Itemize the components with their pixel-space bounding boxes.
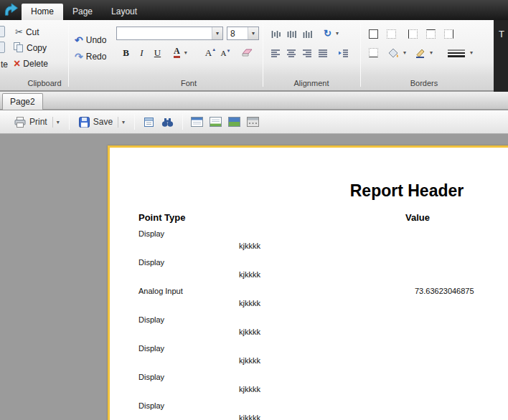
grow-font-icon: A▲ [205, 47, 216, 59]
report-row: Display kjkkkk [110, 229, 508, 258]
find-button[interactable] [159, 113, 176, 131]
page-setup-button[interactable] [140, 113, 157, 131]
font-size-value[interactable]: 8 [227, 27, 248, 39]
indent-button[interactable] [336, 45, 351, 60]
group-label-borders: Borders [360, 78, 488, 89]
cut-label: Cut [26, 27, 39, 37]
app-logo-icon[interactable] [2, 2, 21, 19]
redo-button[interactable]: ↷ Redo [72, 49, 108, 63]
chevron-down-icon[interactable]: ▾ [52, 117, 60, 128]
vertical-bars-icon [302, 29, 313, 39]
print-button[interactable]: Print ▾ [10, 113, 64, 131]
editing-fields-button[interactable] [244, 113, 261, 131]
group-separator [68, 24, 69, 87]
chevron-down-icon[interactable]: ▾ [118, 117, 125, 128]
font-size-combobox[interactable]: 8 ▾ [227, 27, 259, 40]
indent-icon [338, 49, 349, 57]
line-color-button[interactable]: ▾ [413, 45, 435, 60]
align-justify-button[interactable] [316, 45, 331, 60]
toolbar-separator [134, 114, 135, 130]
document-map-button[interactable] [188, 113, 205, 131]
report-header-title: Report Header [110, 181, 508, 201]
top-border-button[interactable] [423, 27, 438, 42]
undo-arrow-icon: ↶ [75, 35, 83, 45]
no-borders-button[interactable] [384, 27, 399, 42]
copy-button[interactable]: Copy [11, 41, 49, 54]
font-color-button[interactable]: A ▾ [171, 45, 189, 60]
italic-button[interactable]: I [134, 45, 149, 60]
align-top-button[interactable] [268, 27, 283, 42]
delete-button[interactable]: × Delete [11, 57, 50, 70]
save-label: Save [93, 117, 113, 127]
sub-value-cell: kjkkkk [239, 385, 260, 393]
border-square-icon [426, 29, 436, 39]
border-square-icon [369, 29, 378, 39]
align-left-button[interactable] [268, 45, 283, 60]
point-type-cell: Display [138, 401, 164, 410]
underline-glyph: U [154, 47, 161, 59]
thumbnails-button[interactable] [225, 113, 243, 131]
thumbnails-icon [228, 117, 240, 127]
left-border-button[interactable] [405, 27, 420, 42]
ribbon-tabs: Home Page Layout [22, 4, 146, 20]
editing-fields-icon [247, 117, 259, 127]
point-type-cell: Display [138, 344, 164, 353]
ribbon: te ✂ Cut Copy × Delete ↶ Undo ↷ Redo ▾ 8 [0, 20, 494, 91]
text-rotation-button[interactable]: ↻ ▾ [321, 27, 341, 40]
font-name-value[interactable] [117, 27, 212, 39]
border-square-icon [387, 29, 396, 39]
clipped-right-label: T [499, 29, 504, 39]
align-right-icon [302, 49, 313, 57]
right-border-button[interactable] [441, 27, 456, 42]
preview-surface[interactable]: Report Header Point Type Value Display k… [0, 134, 508, 420]
align-right-button[interactable] [300, 45, 315, 60]
undo-button[interactable]: ↶ Undo [72, 33, 108, 47]
document-map-icon [191, 117, 203, 127]
report-page[interactable]: Report Header Point Type Value Display k… [108, 145, 508, 420]
toolbar-separator [182, 114, 183, 130]
parameters-button[interactable] [207, 113, 224, 131]
align-middle-button[interactable] [284, 27, 299, 42]
align-center-button[interactable] [284, 45, 299, 60]
scissors-icon: ✂ [15, 27, 23, 37]
chevron-down-icon[interactable]: ▾ [248, 27, 258, 39]
clipped-button-icon[interactable] [0, 42, 5, 53]
clear-formatting-button[interactable] [240, 45, 255, 60]
all-borders-button[interactable] [366, 27, 381, 42]
tab-page[interactable]: Page [63, 4, 102, 20]
fill-color-button[interactable]: ▾ [386, 45, 408, 60]
point-type-cell: Display [138, 229, 164, 238]
group-label-alignment: Alignment [263, 78, 360, 89]
chevron-down-icon[interactable]: ▾ [336, 30, 339, 37]
tab-layout[interactable]: Layout [102, 4, 146, 20]
chevron-down-icon[interactable]: ▾ [470, 49, 473, 56]
rotate-arrow-icon: ↻ [324, 29, 331, 38]
tab-home[interactable]: Home [22, 4, 63, 20]
underline-button[interactable]: U [150, 45, 165, 60]
line-style-icon [447, 49, 466, 57]
group-separator [360, 24, 361, 87]
clipped-button-icon[interactable] [0, 26, 5, 37]
chevron-down-icon[interactable]: ▾ [430, 49, 433, 56]
page-setup-icon [144, 117, 154, 128]
align-bottom-button[interactable] [300, 27, 315, 42]
chevron-down-icon[interactable]: ▾ [212, 27, 222, 39]
border-square-icon [444, 29, 453, 39]
value-cell: 73.63623046875 [415, 287, 474, 295]
tab-page2[interactable]: Page2 [2, 93, 43, 110]
line-style-button[interactable]: ▾ [445, 45, 475, 60]
save-button[interactable]: Save ▾ [75, 113, 129, 131]
bottom-border-button[interactable] [366, 45, 381, 60]
shrink-font-button[interactable]: A▼ [218, 45, 233, 60]
clipped-paste-label[interactable]: te [1, 59, 8, 70]
cut-button[interactable]: ✂ Cut [13, 25, 42, 39]
chevron-down-icon[interactable]: ▾ [184, 49, 187, 56]
bold-button[interactable]: B [118, 45, 133, 60]
font-name-combobox[interactable]: ▾ [116, 27, 223, 40]
pencil-icon [415, 48, 425, 58]
grow-font-button[interactable]: A▲ [203, 45, 218, 60]
document-tab-bar: Page2 Preview [0, 92, 508, 110]
chevron-down-icon[interactable]: ▾ [403, 49, 406, 56]
report-row: Display kjkkkk [110, 401, 508, 420]
delete-x-icon: × [14, 58, 20, 70]
